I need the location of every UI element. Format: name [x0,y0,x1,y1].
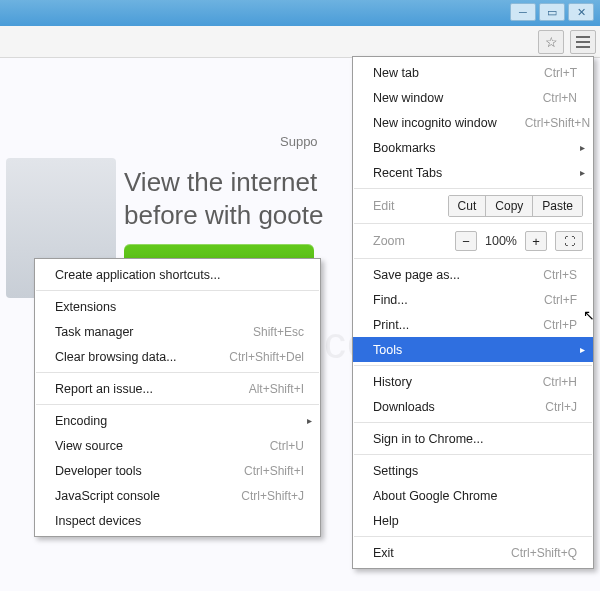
menu-bookmarks[interactable]: Bookmarks▸ [353,135,593,160]
menu-signin[interactable]: Sign in to Chrome... [353,426,593,451]
menu-report-issue[interactable]: Report an issue...Alt+Shift+I [35,376,320,401]
tools-submenu: Create application shortcuts... Extensio… [34,258,321,537]
menu-print[interactable]: Print...Ctrl+P [353,312,593,337]
menu-separator [36,290,319,291]
menu-edit-row: Edit Cut Copy Paste [353,192,593,220]
menu-separator [36,372,319,373]
menu-new-incognito[interactable]: New incognito windowCtrl+Shift+N [353,110,593,135]
menu-separator [354,223,592,224]
star-icon: ☆ [545,34,558,50]
chevron-right-icon: ▸ [580,344,585,355]
menu-exit[interactable]: ExitCtrl+Shift+Q [353,540,593,565]
hero-heading: View the internet before with goote [124,166,323,231]
cut-button[interactable]: Cut [449,196,486,216]
svg-rect-0 [576,36,590,38]
minimize-button[interactable]: ─ [510,3,536,21]
menu-javascript-console[interactable]: JavaScript consoleCtrl+Shift+J [35,483,320,508]
menu-create-shortcuts[interactable]: Create application shortcuts... [35,262,320,287]
chevron-right-icon: ▸ [580,142,585,153]
chrome-menu-button[interactable] [570,30,596,54]
menu-recent-tabs[interactable]: Recent Tabs▸ [353,160,593,185]
close-button[interactable]: ✕ [568,3,594,21]
menu-save-page[interactable]: Save page as...Ctrl+S [353,262,593,287]
menu-separator [354,454,592,455]
bookmark-star-button[interactable]: ☆ [538,30,564,54]
fullscreen-icon: ⛶ [564,235,575,247]
menu-find[interactable]: Find...Ctrl+F [353,287,593,312]
window-titlebar: ─ ▭ ✕ [0,0,600,26]
svg-rect-1 [576,41,590,43]
hamburger-icon [576,36,590,48]
menu-separator [354,188,592,189]
menu-task-manager[interactable]: Task managerShift+Esc [35,319,320,344]
menu-separator [354,258,592,259]
chevron-right-icon: ▸ [307,415,312,426]
maximize-button[interactable]: ▭ [539,3,565,21]
menu-view-source[interactable]: View sourceCtrl+U [35,433,320,458]
copy-button[interactable]: Copy [485,196,532,216]
menu-about[interactable]: About Google Chrome [353,483,593,508]
menu-encoding[interactable]: Encoding▸ [35,408,320,433]
chrome-main-menu: New tabCtrl+T New windowCtrl+N New incog… [352,56,594,569]
menu-new-window[interactable]: New windowCtrl+N [353,85,593,110]
menu-extensions[interactable]: Extensions [35,294,320,319]
menu-developer-tools[interactable]: Developer toolsCtrl+Shift+I [35,458,320,483]
menu-clear-browsing-data[interactable]: Clear browsing data...Ctrl+Shift+Del [35,344,320,369]
menu-separator [354,536,592,537]
zoom-value: 100% [485,234,517,248]
svg-rect-2 [576,46,590,48]
menu-separator [36,404,319,405]
paste-button[interactable]: Paste [532,196,582,216]
zoom-label: Zoom [373,234,447,248]
zoom-out-button[interactable]: − [455,231,477,251]
menu-zoom-row: Zoom − 100% + ⛶ [353,227,593,255]
menu-inspect-devices[interactable]: Inspect devices [35,508,320,533]
menu-help[interactable]: Help [353,508,593,533]
edit-label: Edit [373,199,448,213]
menu-settings[interactable]: Settings [353,458,593,483]
menu-history[interactable]: HistoryCtrl+H [353,369,593,394]
fullscreen-button[interactable]: ⛶ [555,231,583,251]
menu-new-tab[interactable]: New tabCtrl+T [353,60,593,85]
zoom-in-button[interactable]: + [525,231,547,251]
support-link[interactable]: Suppo [280,134,318,149]
menu-downloads[interactable]: DownloadsCtrl+J [353,394,593,419]
menu-separator [354,365,592,366]
chevron-right-icon: ▸ [580,167,585,178]
menu-separator [354,422,592,423]
menu-tools[interactable]: Tools▸ [353,337,593,362]
browser-toolbar: ☆ [0,26,600,58]
